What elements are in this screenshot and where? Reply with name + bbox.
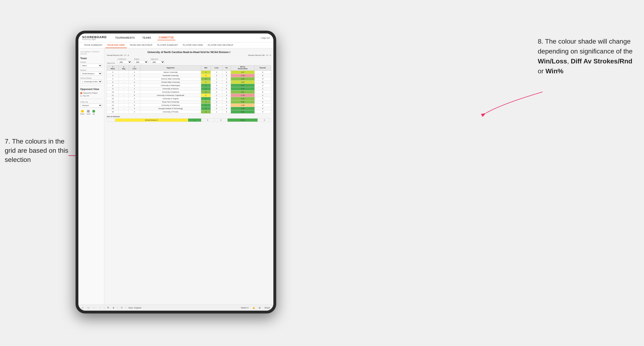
annotation-right: 8. The colour shade will change dependin… [538, 36, 637, 76]
cell-tie: 0 [222, 107, 231, 110]
share-btn[interactable]: Share [264, 306, 271, 310]
cell-diff: 9.00 [231, 87, 254, 90]
undo-btn[interactable]: ↩ [81, 306, 84, 310]
back-btn[interactable]: ← [92, 306, 96, 310]
redo-btn[interactable]: ↪ [86, 306, 90, 310]
cell-rank: 8 [107, 84, 119, 87]
colour-by-select[interactable]: Win/loss [80, 103, 102, 108]
cell-rounds: 3 [254, 94, 271, 97]
logo-text: SCOREBOARD [82, 36, 107, 39]
cell-win: 3 [201, 110, 210, 113]
cell-loss: 1 [211, 110, 222, 113]
cell-opponent: University of Florida [140, 110, 201, 113]
division-record: Division Record: 88 - 17 - 0 [248, 54, 271, 56]
cell-opponent: University of Virginia [140, 97, 201, 100]
out-of-division-table: NCAA Division II10026.003 [107, 118, 271, 122]
cell-opponent: Florida State University [140, 80, 201, 84]
cell-rounds: 8 [254, 74, 271, 77]
cell-rounds: 9 [254, 110, 271, 113]
cell-rounds: 3 [254, 103, 271, 107]
cell-diff: -1.00 [231, 103, 254, 107]
toolbar-sep1: | [104, 306, 104, 309]
col-rounds: Rounds [254, 65, 271, 71]
copy-btn[interactable]: ⧉ [106, 306, 110, 310]
sub-nav-team-h2h-grid[interactable]: TEAM H2H GRID [105, 42, 127, 48]
out-division-row: NCAA Division II10026.003 [107, 118, 271, 122]
region-select[interactable]: (All) [134, 60, 148, 64]
logo-area: SCOREBOARD Powered by clippd [82, 36, 107, 40]
cell-rank: 3 [107, 74, 119, 77]
thumbs-btn[interactable]: 👍 [252, 306, 256, 310]
grid-btn[interactable]: ⊞ [258, 306, 262, 310]
cell-reg: - [119, 94, 129, 97]
cell-diff: 1.83 [231, 80, 254, 84]
cell-loss: 0 [211, 90, 222, 94]
cell-tie: 0 [222, 103, 231, 107]
cell-reg: - [119, 80, 129, 84]
conference-select[interactable]: (All) [118, 60, 132, 64]
nav-committee[interactable]: COMMITTEE [158, 35, 176, 40]
cell-diff: 2.33 [231, 97, 254, 100]
cell-opponent: Arizona State University [140, 77, 201, 80]
cell-loss: 0 [211, 84, 222, 87]
cell-reg: - [119, 110, 129, 113]
cell-win: 5 [201, 107, 210, 110]
cell-win: 5 [201, 77, 210, 80]
toolbar-sep3: | [126, 306, 126, 309]
cell-win: 1 [201, 103, 210, 107]
radio-opponents-played[interactable]: Opponents Played [80, 92, 102, 94]
cell-win: 1 [201, 87, 210, 90]
gender-select[interactable]: Men's [80, 64, 102, 68]
sub-nav-player-h2h-grid[interactable]: PLAYER H2H GRID [181, 42, 205, 48]
conference-filter: Conference (All) [118, 58, 132, 64]
cell-diff: 5.56 [231, 100, 254, 103]
cell-tie: 0 [222, 70, 231, 74]
cell-win: 1 [201, 84, 210, 87]
table-row: 16-2University of Florida3106.629 [107, 110, 271, 113]
cell-opponent: University of Alabama [140, 90, 201, 94]
cell-conf: 1 [129, 87, 140, 90]
top-nav: SCOREBOARD Powered by clippd TOURNAMENTS… [78, 33, 273, 42]
cell-rounds: 8 [254, 90, 271, 94]
cell-conf: 5 [129, 90, 140, 94]
cell-loss: 4 [211, 74, 222, 77]
cell-reg: - [119, 84, 129, 87]
nav-teams[interactable]: TEAMS [141, 36, 153, 40]
sub-nav-player-h2h-heatmap[interactable]: PLAYER H2H HEATMAP [206, 42, 235, 48]
opponent-select[interactable]: (All) [150, 60, 165, 64]
cell-rounds: 3 [258, 118, 271, 122]
cell-tie: 0 [222, 74, 231, 77]
table-row: 3-2Vanderbilt University040-2.298 [107, 74, 271, 77]
cell-win: 3 [201, 90, 210, 94]
cell-conf: 5 [129, 103, 140, 107]
paste-btn[interactable]: ⊕ [112, 306, 116, 310]
nav-tournaments[interactable]: TOURNAMENTS [114, 36, 136, 40]
team-section-title: Team [80, 57, 102, 60]
cell-diff: 4.50 [231, 107, 254, 110]
main-table: #Rank #Reg #Conf Opponent Win Loss Tie D… [107, 65, 271, 114]
sign-out-link[interactable]: | Sign out [260, 37, 270, 39]
sub-nav-team-summary[interactable]: TEAM SUMMARY [82, 42, 104, 48]
watch-btn[interactable]: Watch ▾ [240, 306, 250, 310]
school-select[interactable]: 1. University of Nort... [80, 80, 102, 84]
forward-btn[interactable]: → [98, 306, 102, 310]
cell-loss: 1 [211, 70, 222, 74]
table-row: 13-1Texas Tech University3005.569 [107, 100, 271, 103]
cell-rank: 12 [107, 97, 119, 100]
radio-top100[interactable]: Top 100 [80, 95, 102, 97]
legend-down: Down [80, 110, 84, 115]
cell-opponent: University of Washington [140, 84, 201, 87]
sub-nav-player-summary[interactable]: PLAYER SUMMARY [155, 42, 180, 48]
col-reg: #Reg [119, 65, 129, 71]
table-row: 2-1Auburn University2101.679 [107, 70, 271, 74]
toolbar-sep2: | [117, 306, 118, 309]
division-select[interactable]: NCAA Division I [80, 72, 102, 76]
clock-btn[interactable]: ⏱ [120, 306, 124, 310]
legend-circle-level [87, 110, 90, 113]
sub-nav-team-h2h-heatmap[interactable]: TEAM H2H HEATMAP [128, 42, 154, 48]
cell-opponent: University of Arkansas, Fayetteville [140, 94, 201, 97]
cell-win: 2 [201, 70, 210, 74]
colour-by-label: Colour by [80, 101, 102, 103]
cell-win: 1 [201, 97, 210, 100]
opponent-filter: Opponent (All) [150, 58, 165, 64]
